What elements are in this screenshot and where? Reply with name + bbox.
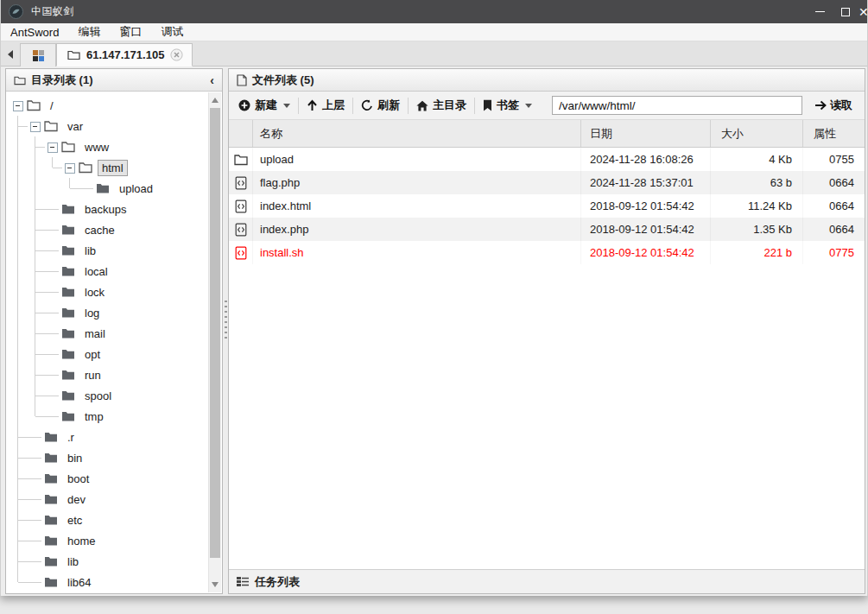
tree-node-label[interactable]: tmp (80, 408, 108, 425)
maximize-button[interactable] (833, 0, 858, 23)
table-row[interactable]: flag.php 2024-11-28 15:37:01 63 b 0664 (229, 171, 865, 194)
dashboard-tab[interactable] (20, 43, 56, 66)
scrollbar-thumb[interactable] (210, 108, 220, 558)
tree-node[interactable]: local (10, 261, 206, 282)
tree-scrollbar[interactable] (208, 92, 221, 592)
tree-node[interactable]: upload (10, 178, 206, 199)
tab-scroll-left-button[interactable] (1, 42, 20, 66)
tree-indent (10, 447, 27, 468)
directory-panel-header: 目录列表 (1) ‹ (6, 69, 222, 92)
scroll-down-icon[interactable] (212, 582, 219, 587)
tree-node-label[interactable]: lib64 (63, 574, 95, 591)
folder-icon (61, 327, 75, 339)
tree-node[interactable]: backups (10, 199, 206, 219)
tree-indent (10, 572, 27, 592)
tree-node-label[interactable]: lock (80, 284, 109, 301)
tree-node-label[interactable]: bin (63, 450, 86, 466)
folder-icon (234, 154, 248, 166)
tree-expander-icon[interactable] (10, 95, 27, 116)
tree-node-label[interactable]: run (80, 367, 105, 383)
tree-node-label[interactable]: etc (63, 512, 86, 529)
new-button[interactable]: 新建 (231, 92, 298, 119)
tree-node-label[interactable]: boot (63, 471, 93, 487)
tree-node-label[interactable]: dev (63, 491, 90, 508)
column-header-name[interactable]: 名称 (253, 120, 581, 147)
tree-indent (10, 406, 44, 427)
tree-node-label[interactable]: backups (80, 201, 130, 218)
file-size: 221 b (711, 241, 803, 264)
tree-node-label[interactable]: .r (63, 429, 79, 446)
minimize-icon (815, 11, 825, 12)
tree-node[interactable]: .r (10, 427, 206, 447)
tree-node-label[interactable]: local (80, 263, 112, 280)
tree-connector (27, 489, 44, 510)
tree-node[interactable]: lib (10, 551, 206, 572)
tree-node-label[interactable]: www (80, 139, 113, 155)
task-list-bar[interactable]: 任务列表 (229, 569, 865, 593)
menu-window[interactable]: 窗口 (110, 23, 151, 41)
path-input[interactable] (552, 96, 802, 115)
code-file-icon (235, 199, 247, 213)
close-button[interactable]: ✕ (858, 0, 868, 23)
column-header-date[interactable]: 日期 (581, 120, 711, 147)
refresh-button[interactable]: 刷新 (353, 92, 408, 119)
up-level-button[interactable]: 上层 (299, 92, 352, 119)
tab-close-icon[interactable] (170, 48, 183, 61)
tree-node[interactable]: lib64 (10, 572, 206, 592)
tree-node[interactable]: run (10, 364, 206, 385)
column-header-icon[interactable] (229, 120, 253, 147)
table-row[interactable]: index.html 2018-09-12 01:54:42 11.24 Kb … (229, 194, 865, 218)
scroll-up-icon[interactable] (212, 98, 219, 103)
tree-connector (44, 199, 61, 219)
tree-node[interactable]: opt (10, 344, 206, 364)
home-directory-button[interactable]: 主目录 (409, 92, 474, 119)
tree-node-label[interactable]: / (46, 98, 58, 114)
minimize-button[interactable] (807, 0, 833, 23)
bookmark-button[interactable]: 书签 (475, 92, 540, 119)
tree-node-label[interactable]: spool (80, 388, 116, 404)
tree-node[interactable]: tmp (10, 406, 206, 427)
read-button[interactable]: 读取 (811, 98, 856, 113)
tree-node-label[interactable]: html (98, 160, 128, 176)
tree-node[interactable]: var (10, 116, 206, 136)
tree-expander-icon[interactable] (61, 157, 79, 178)
tree-node-label[interactable]: upload (115, 180, 157, 197)
table-row[interactable]: upload 2024-11-28 16:08:26 4 Kb 0755 (229, 148, 865, 171)
tree-connector (44, 323, 61, 344)
menu-antsword[interactable]: AntSword (4, 23, 68, 41)
tree-node[interactable]: boot (10, 468, 206, 489)
table-row[interactable]: install.sh 2018-09-12 01:54:42 221 b 077… (229, 241, 865, 264)
tree-node-label[interactable]: var (63, 118, 87, 135)
tree-node-label[interactable]: mail (80, 326, 110, 342)
menu-debug[interactable]: 调试 (151, 23, 193, 41)
tree-node-label[interactable]: lib (63, 554, 83, 570)
tree-node[interactable]: lock (10, 282, 206, 302)
tree-node[interactable]: dev (10, 489, 206, 510)
tree-node[interactable]: html (10, 157, 206, 178)
tree-node[interactable]: bin (10, 447, 206, 468)
tree-node[interactable]: log (10, 302, 206, 323)
tree-node[interactable]: www (10, 136, 206, 157)
tree-node[interactable]: mail (10, 323, 206, 344)
column-header-perm[interactable]: 属性 (803, 120, 865, 147)
tree-expander-icon[interactable] (27, 116, 44, 136)
tree-node-label[interactable]: home (63, 533, 100, 549)
table-row[interactable]: index.php 2018-09-12 01:54:42 1.35 Kb 06… (229, 218, 865, 241)
menu-edit[interactable]: 编辑 (68, 23, 110, 41)
collapse-panel-button[interactable]: ‹ (210, 74, 214, 86)
tree-node[interactable]: home (10, 530, 206, 551)
tree-node[interactable]: spool (10, 385, 206, 406)
tree-node-label[interactable]: log (80, 305, 104, 321)
tree-node-label[interactable]: lib (80, 243, 100, 259)
tree-node-label[interactable]: cache (80, 222, 119, 238)
tree-node[interactable]: lib (10, 240, 206, 261)
panel-splitter[interactable] (223, 68, 228, 594)
shell-tab[interactable]: 61.147.171.105 (56, 43, 193, 66)
tree-node[interactable]: / (10, 95, 206, 116)
tree-node[interactable]: cache (10, 219, 206, 240)
tree-node-label[interactable]: opt (80, 346, 105, 363)
arrow-up-icon (307, 99, 318, 111)
column-header-size[interactable]: 大小 (711, 120, 803, 147)
tree-expander-icon[interactable] (44, 136, 61, 157)
tree-node[interactable]: etc (10, 510, 206, 530)
